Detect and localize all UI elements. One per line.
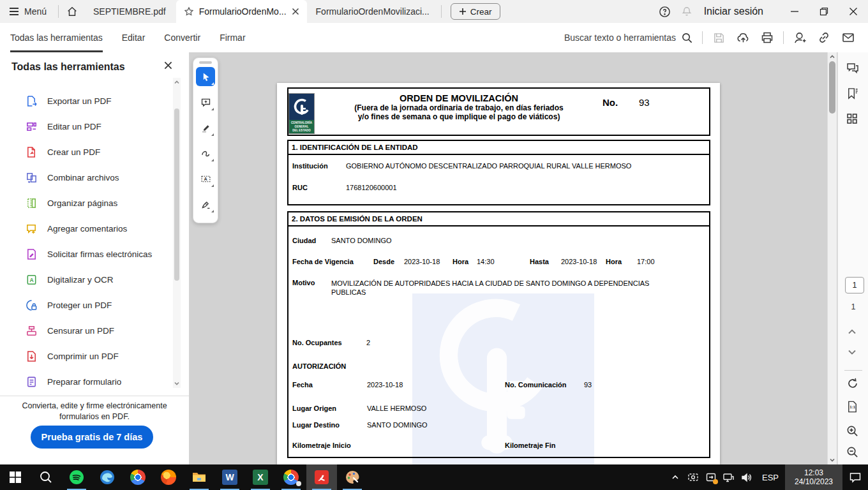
clock[interactable]: 12:03 24/10/2023 [785,464,842,490]
tool-label: Preparar formulario [47,377,121,387]
tab-todas-las-herramientas[interactable]: Todas las herramientas [10,23,103,52]
select-tool-button[interactable] [196,67,215,86]
next-page-button[interactable] [846,346,861,361]
tab-formulario-2[interactable]: FormularioOrdenMovilizaci... [307,6,438,17]
email-button[interactable] [837,27,859,48]
tab-convertir[interactable]: Convertir [164,23,200,52]
add-comment-tool-button[interactable] [196,93,215,112]
tool-comprimir-un-pdf[interactable]: Comprimir un PDF [0,343,172,369]
language-indicator[interactable]: ESP [756,473,785,482]
tool-label: Comprimir un PDF [47,352,119,361]
network-tray-icon[interactable] [720,464,738,490]
tab-formulario-active[interactable]: FormularioOrdenMo... [176,0,307,23]
share-upload-button[interactable] [732,27,754,48]
taskbar-excel[interactable]: X [245,464,276,490]
tools-panel-title: Todas las herramientas [11,61,125,73]
tool-censurar-un-pdf[interactable]: Censurar un PDF [0,318,172,343]
taskbar-spotify[interactable] [61,464,92,490]
share-link-button[interactable] [813,27,835,48]
motivo-label: Motivo [292,279,315,286]
home-button[interactable] [61,1,83,22]
restore-button[interactable] [809,0,839,23]
tool-label: Digitalizar y OCR [47,275,114,285]
tool-combinar-archivos[interactable]: Combinar archivos [0,165,172,190]
signature-pen-icon [200,199,211,210]
search-icon [39,470,53,484]
help-button[interactable] [654,1,676,22]
add-text-tool-button[interactable]: A [196,169,215,188]
taskbar-paint3d[interactable] [337,464,368,490]
tool-solicitar-firmas[interactable]: Solicitar firmas electrónicas [0,241,172,267]
bookmarks-panel-button[interactable] [846,87,861,102]
page-number-input[interactable] [845,277,864,293]
plus-icon [459,8,467,15]
sign-tool-button[interactable] [196,195,215,214]
toolbar-drag-handle[interactable] [199,61,212,64]
scroll-down-icon[interactable] [174,380,180,387]
screen-capture-tray-icon[interactable] [684,464,702,490]
taskbar-chrome[interactable] [123,464,153,490]
tool-crear-un-pdf[interactable]: Crear un PDF [0,139,172,165]
tool-organizar-paginas[interactable]: Organizar páginas [0,190,172,216]
sign-in-button[interactable]: Iniciar sesión [704,6,763,17]
scroll-down-icon[interactable] [829,457,835,463]
document-scrollbar[interactable] [827,52,837,464]
taskbar-chrome-profile[interactable] [276,464,306,490]
scroll-up-icon[interactable] [174,79,180,85]
previous-page-button[interactable] [846,325,861,341]
chevron-up-icon [846,325,858,338]
tool-preparar-formulario[interactable]: Preparar formulario [0,369,172,394]
hasta-label: Hasta [530,258,549,265]
tab-editar[interactable]: Editar [122,23,146,52]
volume-icon [740,471,752,484]
draw-tool-button[interactable] [196,144,215,163]
tools-panel-close-button[interactable] [164,61,172,70]
km-inicio-label: Kilometraje Inicio [292,442,351,449]
fit-page-button[interactable]: 1:1 [846,400,861,415]
cge-logo: CONTRALORÍA GENERAL DEL ESTADO [288,93,315,134]
taskbar-firefox[interactable] [153,464,184,490]
toolbar-ribbon: Todas las herramientas Editar Convertir … [0,23,868,53]
save-button[interactable] [708,27,730,48]
panel-scroll-thumb[interactable] [174,108,179,281]
search-input[interactable]: Buscar texto o herramientas [564,32,693,44]
panel-scrollbar[interactable] [173,78,181,388]
create-button[interactable]: Crear [451,3,500,20]
volume-tray-icon[interactable] [738,464,756,490]
sync-tray-icon[interactable] [702,464,720,490]
start-button[interactable] [0,464,31,490]
taskbar-file-explorer[interactable] [184,464,214,490]
taskbar-acrobat-active[interactable] [306,464,337,490]
tool-digitalizar-ocr[interactable]: A Digitalizar y OCR [0,267,172,292]
action-center-button[interactable] [842,464,868,490]
minimize-button[interactable] [780,0,809,23]
notifications-button[interactable] [676,1,698,22]
scroll-up-icon[interactable] [829,54,835,60]
taskbar-word[interactable]: W [214,464,245,490]
tool-editar-un-pdf[interactable]: Editar un PDF [0,114,172,139]
menu-button[interactable]: Menú [0,6,56,17]
hidden-icons-button[interactable] [666,464,684,490]
hasta-value: 2023-10-18 [561,258,597,265]
tool-proteger-un-pdf[interactable]: Proteger un PDF [0,292,172,318]
rotate-page-button[interactable] [846,376,861,392]
star-icon[interactable] [184,6,194,17]
taskbar-search-button[interactable] [31,464,61,490]
page-thumbnails-button[interactable] [846,112,861,128]
free-trial-button[interactable]: Prueba gratis de 7 días [31,426,153,449]
highlight-tool-button[interactable] [196,118,215,137]
close-button[interactable] [839,0,868,23]
taskbar-edge[interactable] [92,464,123,490]
print-button[interactable] [756,27,778,48]
windows-taskbar: W X ESP 12:03 24/10/2023 [0,464,868,490]
zoom-out-button[interactable] [846,445,861,461]
comments-panel-button[interactable] [846,61,861,77]
add-people-button[interactable] [789,27,811,48]
tool-agregar-comentarios[interactable]: Agregar comentarios [0,216,172,241]
zoom-in-button[interactable] [846,424,861,440]
tab-septiembre[interactable]: SEPTIEMBRE.pdf [83,6,176,17]
document-scroll-thumb[interactable] [829,61,835,114]
close-tab-icon[interactable] [292,8,299,15]
tab-firmar[interactable]: Firmar [220,23,245,52]
tool-exportar-un-pdf[interactable]: Exportar un PDF [0,88,172,114]
